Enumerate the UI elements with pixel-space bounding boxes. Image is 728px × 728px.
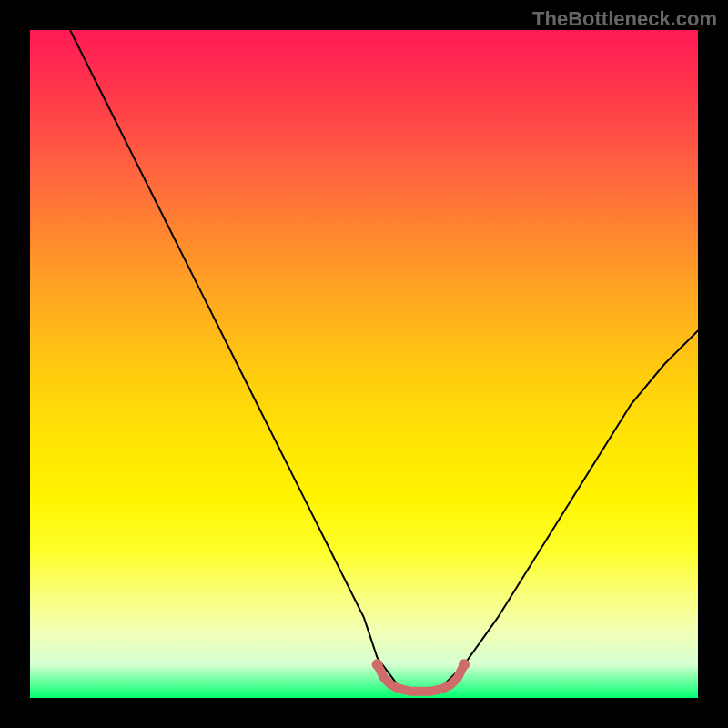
marker-dot (459, 659, 470, 670)
watermark-text: TheBottleneck.com (532, 7, 717, 31)
marker-dot (372, 659, 383, 670)
chart-lines (70, 30, 698, 692)
optimal-range-marker (378, 664, 464, 691)
chart-svg (30, 30, 698, 698)
bottleneck-curve (70, 30, 698, 692)
chart-plot-area (30, 30, 698, 698)
